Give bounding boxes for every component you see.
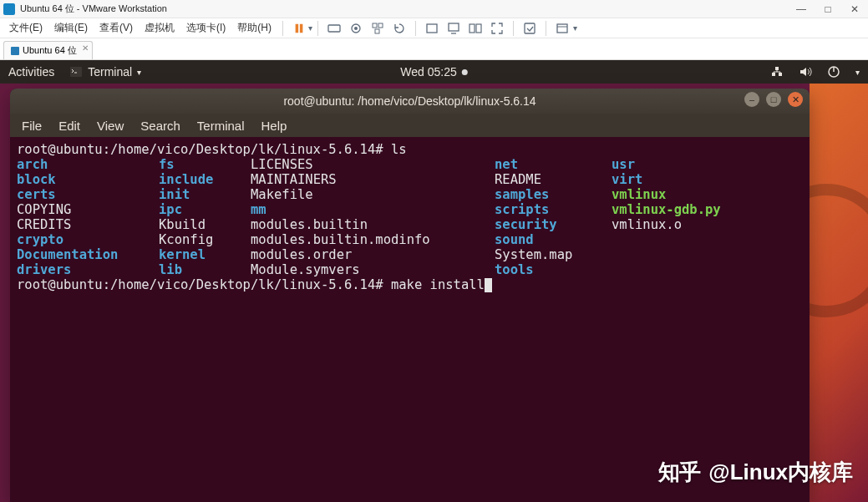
vmware-logo-icon <box>3 3 15 15</box>
ls-entry: mm <box>251 202 495 217</box>
ls-entry: Kconfig <box>159 232 251 247</box>
revert-snapshot-icon[interactable] <box>393 22 406 35</box>
tab-close-icon[interactable]: ✕ <box>82 43 89 53</box>
term-menu-search[interactable]: Search <box>140 119 180 133</box>
svg-rect-18 <box>779 73 782 76</box>
ls-entry: modules.order <box>251 247 495 262</box>
terminal-menubar: File Edit View Search Terminal Help <box>10 114 810 137</box>
svg-rect-0 <box>296 23 299 33</box>
unity-icon[interactable] <box>523 22 536 35</box>
svg-rect-1 <box>300 23 303 33</box>
menu-file[interactable]: 文件(E) <box>3 21 48 35</box>
ls-entry: vmlinux.o <box>612 217 803 232</box>
ls-entry: drivers <box>17 262 159 277</box>
ls-entry: CREDITS <box>17 217 159 232</box>
terminal-body[interactable]: root@ubuntu:/home/vico/Desktop/lk/linux-… <box>10 137 810 297</box>
volume-icon[interactable] <box>799 65 812 79</box>
svg-rect-19 <box>775 67 779 70</box>
chevron-down-icon: ▾ <box>137 68 141 77</box>
svg-rect-13 <box>525 23 535 33</box>
term-menu-edit[interactable]: Edit <box>58 119 80 133</box>
terminal-title: root@ubuntu: /home/vico/Desktop/lk/linux… <box>283 94 536 108</box>
host-close-button[interactable]: ✕ <box>841 3 868 15</box>
pause-vm-icon[interactable] <box>292 22 306 35</box>
ls-entry: modules.builtin <box>251 217 495 232</box>
ls-entry: arch <box>17 157 159 172</box>
vm-tab-ubuntu[interactable]: Ubuntu 64 位 ✕ <box>3 41 93 59</box>
ls-entry: LICENSES <box>251 157 495 172</box>
watermark: 知乎 @Linux内核库 <box>658 458 853 487</box>
prompt-line-1: root@ubuntu:/home/vico/Desktop/lk/linux-… <box>17 142 407 157</box>
view-console-icon[interactable] <box>447 22 460 35</box>
svg-rect-12 <box>476 24 481 33</box>
svg-rect-8 <box>427 24 437 33</box>
notification-dot-icon <box>462 69 468 75</box>
vmware-tabstrip: Ubuntu 64 位 ✕ <box>0 38 868 60</box>
ls-entry: System.map <box>495 247 612 262</box>
send-ctrl-alt-del-icon[interactable] <box>327 22 341 35</box>
ls-entry: virt <box>612 172 803 187</box>
menu-tabs[interactable]: 选项卡(I) <box>180 21 231 35</box>
zhihu-logo-icon: 知乎 <box>658 458 700 487</box>
watermark-text: @Linux内核库 <box>708 458 853 487</box>
ls-entry: usr <box>612 157 803 172</box>
ls-entry: include <box>159 172 251 187</box>
svg-rect-7 <box>375 29 379 33</box>
power-icon[interactable] <box>827 65 840 79</box>
ls-entry: Makefile <box>251 187 495 202</box>
system-menu-chevron-icon[interactable]: ▾ <box>855 68 860 77</box>
ls-output-grid: archfsLICENSESnetusrblockincludeMAINTAIN… <box>17 157 803 277</box>
menu-view[interactable]: 查看(V) <box>94 21 139 35</box>
ls-entry <box>612 232 803 247</box>
terminal-app-icon <box>69 65 83 79</box>
terminal-minimize-button[interactable]: – <box>744 92 759 107</box>
guest-viewport: Activities Terminal ▾ Wed 05:25 ▾ root@u… <box>0 60 868 502</box>
prompt-line-2: root@ubuntu:/home/vico/Desktop/lk/linux-… <box>17 277 485 292</box>
term-menu-terminal[interactable]: Terminal <box>197 119 245 133</box>
term-menu-view[interactable]: View <box>97 119 124 133</box>
ls-entry: lib <box>159 262 251 277</box>
ls-entry: init <box>159 187 251 202</box>
fullscreen-icon[interactable] <box>490 22 504 35</box>
ls-entry: vmlinux-gdb.py <box>612 202 803 217</box>
ls-entry: Module.symvers <box>251 262 495 277</box>
library-icon[interactable] <box>556 22 569 35</box>
terminal-close-button[interactable]: ✕ <box>788 92 803 107</box>
clock-label: Wed 05:25 <box>400 65 456 79</box>
snapshot-icon[interactable] <box>349 22 363 35</box>
pause-dropdown-icon[interactable]: ▾ <box>308 23 312 33</box>
terminal-maximize-button[interactable]: □ <box>766 92 781 107</box>
ls-entry: COPYING <box>17 202 159 217</box>
menu-vm[interactable]: 虚拟机 <box>139 21 180 35</box>
terminal-titlebar[interactable]: root@ubuntu: /home/vico/Desktop/lk/linux… <box>10 89 810 114</box>
clock[interactable]: Wed 05:25 <box>400 65 467 79</box>
network-icon[interactable] <box>770 65 784 79</box>
ls-entry: modules.builtin.modinfo <box>251 232 495 247</box>
ls-entry: security <box>495 217 612 232</box>
svg-rect-11 <box>470 24 475 33</box>
app-menu-label: Terminal <box>88 65 132 79</box>
menu-edit[interactable]: 编辑(E) <box>48 21 94 35</box>
svg-rect-6 <box>378 23 383 28</box>
ls-entry: MAINTAINERS <box>251 172 495 187</box>
ls-entry: tools <box>495 262 612 277</box>
snapshot-manager-icon[interactable] <box>371 22 384 35</box>
gnome-top-bar: Activities Terminal ▾ Wed 05:25 ▾ <box>0 60 868 84</box>
menu-help[interactable]: 帮助(H) <box>231 21 277 35</box>
host-maximize-button[interactable]: □ <box>815 3 841 15</box>
term-menu-help[interactable]: Help <box>261 119 287 133</box>
ls-entry: scripts <box>495 202 612 217</box>
ls-entry: Kbuild <box>159 217 251 232</box>
library-dropdown-icon[interactable]: ▾ <box>573 23 577 33</box>
term-menu-file[interactable]: File <box>22 119 42 133</box>
view-single-icon[interactable] <box>425 22 439 35</box>
ls-entry: vmlinux <box>612 187 803 202</box>
svg-rect-17 <box>772 73 775 76</box>
ls-entry: samples <box>495 187 612 202</box>
host-minimize-button[interactable]: — <box>788 3 815 15</box>
view-expand-icon[interactable] <box>469 22 482 35</box>
activities-button[interactable]: Activities <box>8 65 54 79</box>
svg-point-4 <box>354 27 358 30</box>
ls-entry <box>612 262 803 277</box>
app-menu[interactable]: Terminal ▾ <box>69 65 141 79</box>
